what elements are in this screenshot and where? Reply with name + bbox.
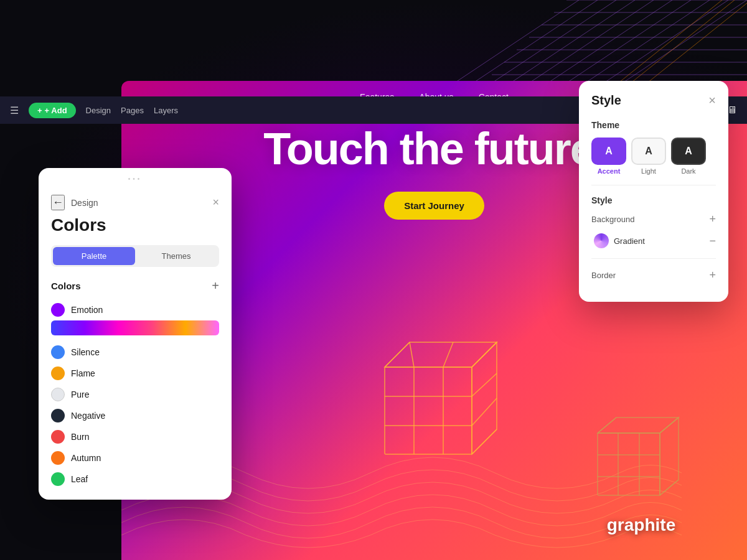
svg-marker-40: [660, 418, 679, 495]
list-item: Emotion: [39, 299, 232, 342]
colors-label: Colors: [51, 281, 81, 291]
desktop-icon[interactable]: 🖥: [727, 105, 737, 116]
accent-theme-label: Accent: [598, 167, 621, 175]
svg-line-28: [472, 342, 497, 367]
add-color-button[interactable]: +: [212, 279, 219, 292]
accent-theme-wrap: A Accent: [591, 138, 626, 175]
negative-swatch[interactable]: [51, 409, 65, 422]
svg-line-36: [472, 373, 497, 396]
style-panel-header: Style ×: [591, 93, 716, 108]
flame-swatch[interactable]: [51, 366, 65, 380]
palette-themes-toggle: Palette Themes: [51, 245, 219, 267]
light-theme-button[interactable]: A: [631, 138, 666, 165]
autumn-label: Autumn: [71, 453, 101, 463]
color-list: Emotion Silence Flame Pure: [39, 299, 232, 500]
list-item: Autumn: [39, 447, 232, 469]
svg-line-35: [443, 342, 453, 367]
background-label: Background: [591, 215, 634, 224]
flame-label: Flame: [71, 368, 95, 378]
hero-headline: Touch the future.: [263, 126, 605, 173]
style-panel-title: Style: [591, 93, 621, 108]
colors-section-header: Colors +: [39, 279, 232, 299]
emotion-gradient-bar[interactable]: [51, 320, 219, 335]
design-panel: ••• ← Design × Colors Palette Themes Col…: [39, 168, 232, 500]
center-cube: [347, 330, 522, 479]
style-panel-close-button[interactable]: ×: [708, 93, 716, 108]
dark-theme-label: Dark: [681, 167, 695, 175]
light-theme-wrap: A Light: [631, 138, 666, 175]
list-item: Flame: [39, 363, 232, 384]
gradient-remove-button[interactable]: −: [709, 235, 716, 248]
emotion-swatch[interactable]: [51, 303, 65, 317]
back-button[interactable]: ←: [51, 195, 65, 210]
list-item: Burn: [39, 426, 232, 447]
svg-line-42: [660, 418, 679, 433]
background-prop-row: Background +: [591, 213, 716, 226]
border-add-button[interactable]: +: [709, 269, 716, 282]
leaf-swatch[interactable]: [51, 472, 65, 486]
dark-theme-wrap: A Dark: [671, 138, 706, 175]
toolbar-design[interactable]: Design: [86, 106, 111, 115]
svg-line-43: [660, 480, 679, 495]
list-item: Negative: [39, 405, 232, 426]
silence-label: Silence: [71, 347, 100, 357]
add-button[interactable]: + + Add: [29, 103, 76, 118]
svg-marker-39: [598, 418, 679, 433]
graphite-section: graphite: [585, 414, 697, 535]
accent-theme-button[interactable]: A: [591, 138, 626, 165]
dark-theme-button[interactable]: A: [671, 138, 706, 165]
silence-swatch[interactable]: [51, 345, 65, 359]
emotion-label: Emotion: [71, 305, 103, 315]
style-section-label: Style: [591, 195, 716, 205]
panel-header: ← Design ×: [39, 182, 232, 210]
burn-swatch[interactable]: [51, 430, 65, 444]
gradient-row: Gradient −: [591, 233, 716, 248]
burn-label: Burn: [71, 432, 90, 442]
style-divider-2: [591, 258, 716, 259]
svg-line-34: [410, 342, 414, 367]
style-divider-1: [591, 185, 716, 185]
plus-icon: +: [37, 106, 42, 115]
hamburger-icon[interactable]: ☰: [10, 105, 19, 116]
toolbar-pages[interactable]: Pages: [121, 106, 144, 115]
toolbar-layers[interactable]: Layers: [154, 106, 178, 115]
list-item: Silence: [39, 342, 232, 363]
cta-button[interactable]: Start Journey: [384, 192, 484, 220]
themes-tab[interactable]: Themes: [135, 247, 217, 265]
drag-handle[interactable]: •••: [128, 175, 143, 182]
graphite-label: graphite: [585, 515, 697, 535]
list-item: Pure: [39, 384, 232, 405]
svg-line-41: [598, 418, 616, 433]
graphite-cube: [585, 414, 697, 508]
svg-line-37: [472, 398, 497, 426]
svg-line-27: [385, 342, 410, 367]
theme-buttons: A Accent A Light A Dark: [591, 138, 716, 175]
background-add-button[interactable]: +: [709, 213, 716, 226]
svg-rect-38: [598, 433, 660, 495]
gradient-label: Gradient: [614, 236, 645, 246]
light-theme-label: Light: [641, 167, 656, 175]
theme-section-label: Theme: [591, 120, 716, 130]
list-item: Leaf: [39, 469, 232, 490]
close-button[interactable]: ×: [212, 196, 219, 209]
svg-rect-24: [385, 367, 472, 454]
negative-label: Negative: [71, 411, 105, 421]
palette-tab[interactable]: Palette: [53, 247, 135, 265]
leaf-label: Leaf: [71, 474, 88, 484]
svg-line-29: [472, 429, 497, 454]
svg-marker-26: [472, 342, 497, 454]
style-panel: Style × Theme A Accent A Light A Dark St…: [579, 81, 728, 302]
pure-swatch[interactable]: [51, 388, 65, 401]
border-prop-row: Border +: [591, 269, 716, 282]
gradient-swatch[interactable]: [594, 233, 609, 248]
add-label: + Add: [45, 106, 67, 115]
panel-breadcrumb: Design: [71, 198, 98, 208]
pure-label: Pure: [71, 390, 90, 399]
autumn-swatch[interactable]: [51, 451, 65, 465]
panel-title: Colors: [39, 210, 232, 245]
border-label: Border: [591, 271, 616, 280]
svg-marker-25: [385, 342, 497, 367]
